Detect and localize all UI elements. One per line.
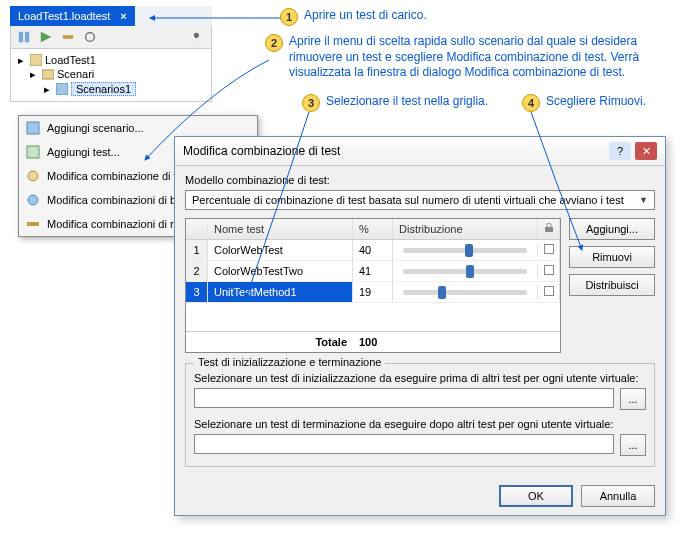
svg-rect-8 xyxy=(27,122,39,134)
lock-checkbox[interactable] xyxy=(544,244,554,254)
svg-rect-1 xyxy=(25,32,29,43)
context-add-scenario-label: Aggiungi scenario... xyxy=(47,122,144,134)
tab-header: LoadTest1.loadtest × xyxy=(10,6,212,26)
distribute-button[interactable]: Distribuisci xyxy=(569,274,655,296)
callout-badge-3: 3 xyxy=(302,94,320,112)
init-group-title: Test di inizializzazione e terminazione xyxy=(194,356,385,368)
context-add-test-label: Aggiungi test... xyxy=(47,146,120,158)
svg-rect-6 xyxy=(42,70,54,79)
tree: ▸ LoadTest1 ▸ Scenari ▸ Scenarios1 xyxy=(10,49,212,102)
add-test-icon xyxy=(25,144,41,160)
toolbar-icon-wrench[interactable] xyxy=(191,30,205,44)
row-num: 2 xyxy=(186,261,208,281)
toolbar-icon-1[interactable] xyxy=(17,30,31,44)
svg-point-4 xyxy=(86,33,95,42)
term-test-textbox[interactable] xyxy=(194,434,614,454)
add-button[interactable]: Aggiungi... xyxy=(569,218,655,240)
table-row[interactable]: 3 UnitTestMethod1 19 xyxy=(186,282,560,303)
expand-icon[interactable]: ▸ xyxy=(27,68,39,80)
col-name[interactable]: Nome test xyxy=(208,219,353,239)
callout-4-text: Scegliere Rimuovi. xyxy=(546,94,646,110)
edit-browser-mix-icon xyxy=(25,192,41,208)
init-browse-button[interactable]: ... xyxy=(620,388,646,410)
table-row[interactable]: 1 ColorWebTest 40 xyxy=(186,240,560,261)
expand-icon[interactable]: ▸ xyxy=(41,83,53,95)
svg-rect-5 xyxy=(30,54,42,66)
toolbar-icon-3[interactable] xyxy=(61,30,75,44)
svg-rect-3 xyxy=(63,35,74,39)
lock-cell[interactable] xyxy=(538,240,560,260)
ok-button[interactable]: OK xyxy=(499,485,573,507)
svg-marker-2 xyxy=(41,32,52,43)
col-dist[interactable]: Distribuzione xyxy=(393,219,538,239)
dialog-title-bar[interactable]: Modifica combinazione di test ? ✕ xyxy=(175,137,665,166)
row-num: 1 xyxy=(186,240,208,260)
scenario-icon xyxy=(56,83,68,95)
tree-scenarios1-label: Scenarios1 xyxy=(71,82,136,96)
lock-checkbox[interactable] xyxy=(544,265,554,275)
callout-badge-4: 4 xyxy=(522,94,540,112)
lock-cell[interactable] xyxy=(538,261,560,281)
model-combo-value: Percentuale di combinazione di test basa… xyxy=(192,194,624,206)
model-combo[interactable]: Percentuale di combinazione di test basa… xyxy=(185,190,655,210)
row-num: 3 xyxy=(186,282,208,302)
dist-cell[interactable] xyxy=(393,286,538,299)
table-row[interactable]: 2 ColorWebTestTwo 41 xyxy=(186,261,560,282)
tab-loadtest[interactable]: LoadTest1.loadtest × xyxy=(10,6,135,26)
col-lock[interactable] xyxy=(538,219,560,239)
toolbar-icon-4[interactable] xyxy=(83,30,97,44)
loadtest-icon xyxy=(30,54,42,66)
tree-scenarios1[interactable]: ▸ Scenarios1 xyxy=(13,81,209,97)
solution-panel: LoadTest1.loadtest × ▸ LoadTest1 ▸ Scena… xyxy=(10,6,212,102)
init-test-textbox[interactable] xyxy=(194,388,614,408)
test-name-cell[interactable]: ColorWebTest xyxy=(208,240,353,260)
dialog-title: Modifica combinazione di test xyxy=(183,144,340,158)
tree-root-label: LoadTest1 xyxy=(45,54,96,66)
total-label: Totale xyxy=(186,332,353,352)
svg-point-10 xyxy=(28,171,38,181)
test-name-cell[interactable]: ColorWebTestTwo xyxy=(208,261,353,281)
test-name-cell[interactable]: UnitTestMethod1 xyxy=(208,282,353,302)
init-label: Selezionare un test di inizializzazione … xyxy=(194,372,646,384)
lock-checkbox[interactable] xyxy=(544,286,554,296)
callout-2-text: Aprire il menu di scelta rapida sullo sc… xyxy=(289,34,669,81)
term-browse-button[interactable]: ... xyxy=(620,434,646,456)
toolbar-icon-2[interactable] xyxy=(39,30,53,44)
edit-test-mix-dialog: Modifica combinazione di test ? ✕ Modell… xyxy=(174,136,666,516)
context-edit-network-mix-label: Modifica combinazioni di reti... xyxy=(47,218,194,230)
total-row: Totale 100 xyxy=(186,331,560,352)
chevron-down-icon: ▼ xyxy=(639,195,648,205)
edit-network-mix-icon xyxy=(25,216,41,232)
pct-cell[interactable]: 41 xyxy=(353,261,393,281)
tree-scenari-label: Scenari xyxy=(57,68,94,80)
init-term-group: Test di inizializzazione e terminazione … xyxy=(185,363,655,467)
col-rownum xyxy=(186,225,208,233)
remove-button[interactable]: Rimuovi xyxy=(569,246,655,268)
tree-root[interactable]: ▸ LoadTest1 xyxy=(13,53,209,67)
dist-cell[interactable] xyxy=(393,244,538,257)
svg-rect-7 xyxy=(56,83,68,95)
term-label: Selezionare un test di terminazione da e… xyxy=(194,418,646,430)
dist-cell[interactable] xyxy=(393,265,538,278)
total-value: 100 xyxy=(353,332,393,352)
tab-close-icon[interactable]: × xyxy=(120,10,126,22)
close-button[interactable]: ✕ xyxy=(635,142,657,160)
add-scenario-icon xyxy=(25,120,41,136)
svg-point-11 xyxy=(28,195,38,205)
callout-1-text: Aprire un test di carico. xyxy=(304,8,427,24)
expand-icon[interactable]: ▸ xyxy=(15,54,27,66)
test-grid: Nome test % Distribuzione 1 ColorWebTest… xyxy=(185,218,561,353)
svg-rect-12 xyxy=(27,222,39,226)
tree-scenari[interactable]: ▸ Scenari xyxy=(13,67,209,81)
pct-cell[interactable]: 40 xyxy=(353,240,393,260)
svg-rect-13 xyxy=(545,227,553,232)
tree-toolbar xyxy=(10,26,212,49)
pct-cell[interactable]: 19 xyxy=(353,282,393,302)
help-button[interactable]: ? xyxy=(609,142,631,160)
lock-cell[interactable] xyxy=(538,282,560,302)
cancel-button[interactable]: Annulla xyxy=(581,485,655,507)
svg-rect-0 xyxy=(19,32,23,43)
model-label: Modello combinazione di test: xyxy=(185,174,655,186)
col-pct[interactable]: % xyxy=(353,219,393,239)
callout-3-text: Selezionare il test nella griglia. xyxy=(326,94,488,110)
